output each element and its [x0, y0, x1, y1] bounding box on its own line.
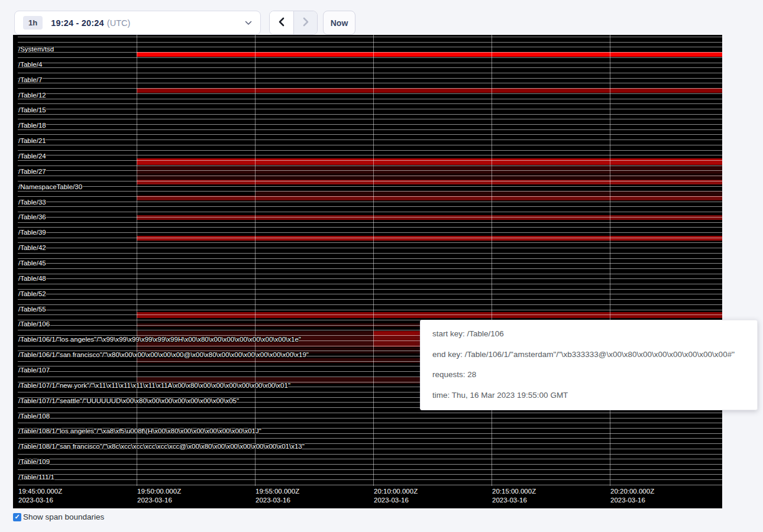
heatmap-band	[137, 196, 722, 200]
x-axis-tick-time: 19:50:00.000Z	[137, 487, 181, 496]
row-label: /Table/107	[18, 366, 50, 374]
row-label: /Table/15	[18, 106, 46, 114]
row-label: /System/tsd	[18, 45, 54, 53]
x-axis-tick-date: 2023-03-16	[256, 496, 299, 505]
row-label: /Table/108	[18, 412, 50, 420]
row-label: /Table/52	[18, 290, 46, 298]
tooltip-start-key: start key: /Table/106	[432, 324, 745, 345]
heatmap-band	[137, 174, 722, 179]
span-boundary-lines	[18, 37, 722, 486]
tooltip-requests: requests: 28	[432, 365, 745, 385]
time-boundary-line	[610, 35, 610, 486]
row-label: /Table/109	[18, 458, 50, 466]
x-axis-tick-time: 20:15:00.000Z	[492, 487, 536, 496]
x-axis-tick: 19:50:00.000Z2023-03-16	[137, 487, 181, 505]
row-label: /Table/106/1/"los angeles"/"\x99\x99\x99…	[18, 335, 301, 343]
time-nav-group	[269, 11, 318, 35]
x-axis-tick-date: 2023-03-16	[610, 496, 654, 505]
row-label: /Table/48	[18, 274, 46, 283]
key-visualizer-canvas[interactable]: /System/tsd/Table/4/Table/7/Table/12/Tab…	[13, 35, 722, 508]
chevron-down-icon	[245, 21, 252, 25]
time-range-label: 19:24 - 20:24	[51, 18, 104, 28]
x-axis-tick-time: 19:55:00.000Z	[256, 487, 299, 496]
heatmap-band	[137, 166, 722, 174]
prev-interval-button[interactable]	[270, 11, 293, 34]
row-label: /Table/36	[18, 213, 46, 221]
timezone-label: (UTC)	[107, 18, 130, 28]
row-label: /Table/55	[18, 305, 46, 313]
row-label: /Table/108/1/"los angeles"/"\xa8\xf5\u00…	[18, 427, 261, 435]
show-span-boundaries-checkbox[interactable]: ✓	[13, 513, 21, 521]
x-axis-tick-time: 20:10:00.000Z	[374, 487, 418, 496]
row-label: /NamespaceTable/30	[18, 183, 82, 191]
row-label: /Table/42	[18, 244, 46, 252]
x-axis-tick-time: 19:45:00.000Z	[18, 487, 62, 496]
chevron-right-icon	[302, 17, 309, 28]
row-label: /Table/33	[18, 198, 46, 206]
x-axis-tick-date: 2023-03-16	[492, 496, 536, 505]
footer: ✓ Show span boundaries	[13, 512, 104, 521]
heatmap-band	[137, 312, 722, 318]
row-label: /Table/4	[18, 60, 42, 69]
x-axis-tick: 20:15:00.000Z2023-03-16	[492, 487, 536, 505]
heatmap-band	[137, 158, 722, 165]
row-label: /Table/12	[18, 91, 46, 99]
row-label: /Table/111/1	[18, 473, 54, 481]
x-axis-tick-date: 2023-03-16	[18, 496, 62, 505]
check-icon: ✓	[14, 514, 20, 520]
tooltip-time: time: Thu, 16 Mar 2023 19:55:00 GMT	[432, 385, 745, 406]
time-boundary-line	[492, 35, 492, 486]
heatmap-band	[137, 215, 722, 220]
heatmap-band	[137, 88, 722, 93]
next-interval-button[interactable]	[293, 11, 317, 34]
row-label: /Table/27	[18, 167, 46, 176]
row-label: /Table/45	[18, 259, 46, 267]
time-boundary-line	[137, 35, 137, 486]
time-window-badge: 1h	[23, 16, 43, 30]
row-label: /Table/7	[18, 76, 42, 84]
heatmap-band	[137, 52, 722, 57]
row-label: /Table/21	[18, 137, 46, 145]
row-label: /Table/106	[18, 320, 50, 328]
tooltip-end-key: end key: /Table/106/1/"amsterdam"/"\xb33…	[432, 345, 745, 365]
show-span-boundaries-label: Show span boundaries	[23, 512, 104, 521]
time-boundary-line	[255, 35, 256, 486]
heatmap-band	[137, 236, 722, 241]
bucket-tooltip: start key: /Table/106 end key: /Table/10…	[420, 320, 758, 410]
x-axis-tick: 19:55:00.000Z2023-03-16	[256, 487, 299, 505]
toolbar: 1h 19:24 - 20:24 (UTC) Now	[0, 0, 763, 35]
row-label: /Table/106/1/"san francisco"/"\x80\x00\x…	[18, 351, 309, 359]
x-axis-tick-date: 2023-03-16	[137, 496, 181, 505]
x-axis-tick: 20:10:00.000Z2023-03-16	[374, 487, 418, 505]
x-axis-tick: 19:45:00.000Z2023-03-16	[18, 487, 62, 505]
time-boundary-line	[373, 35, 374, 486]
row-label: /Table/39	[18, 228, 46, 236]
x-axis-tick: 20:20:00.000Z2023-03-16	[610, 487, 654, 505]
time-range-selector[interactable]: 1h 19:24 - 20:24 (UTC)	[14, 11, 261, 35]
row-label: /Table/108/1/"san francisco"/"\x8c\xcc\x…	[18, 442, 305, 450]
heatmap-band	[255, 191, 722, 195]
now-button[interactable]: Now	[323, 11, 355, 35]
row-label: /Table/24	[18, 152, 46, 160]
row-label: /Table/18	[18, 121, 46, 129]
row-label: /Table/107/1/"seattle"/"UUUUUUD\x00\x80\…	[18, 397, 239, 405]
heatmap-band	[137, 180, 722, 184]
x-axis-tick-time: 20:20:00.000Z	[610, 487, 654, 496]
chevron-left-icon	[278, 17, 285, 28]
x-axis-tick-date: 2023-03-16	[374, 496, 418, 505]
row-label: /Table/107/1/"new york"/"\x11\x11\x11\x1…	[18, 381, 290, 390]
